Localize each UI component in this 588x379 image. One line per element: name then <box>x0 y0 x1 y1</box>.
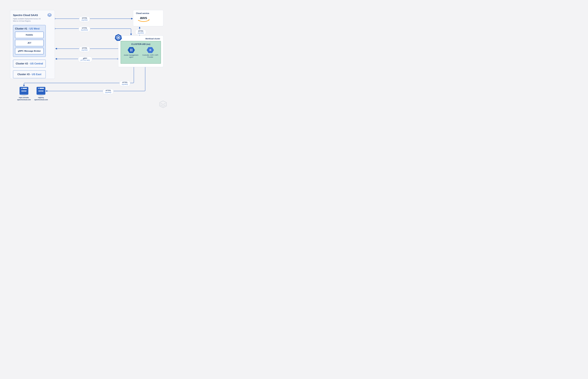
www-label: WWW <box>21 90 27 92</box>
controller-capi-node: Controller, CAPI, CAPI Provider <box>142 47 159 58</box>
cluster-2-name: Cluster #2 <box>16 62 28 65</box>
registry-site-icon: WWW <box>37 87 45 95</box>
connector-workload-to-cloud: HTTPS (tcp/443) <box>135 30 146 35</box>
cloud-service-title: Cloud service <box>136 12 160 15</box>
server-icon <box>128 47 135 53</box>
kubernetes-icon <box>115 34 122 41</box>
connector-workload-to-saas-grpc: gRPC (HTTP/2 443) <box>78 57 92 62</box>
agent-label: cluster-management-agent <box>123 54 139 58</box>
cluster-3-name: Cluster #3 <box>17 73 30 76</box>
cluster-2-region: US Central <box>30 62 43 65</box>
registry-caption: registry. spectrocloud.com <box>32 96 50 101</box>
aws-logo-icon: aws <box>136 16 151 22</box>
svg-point-21 <box>130 49 131 49</box>
cluster-uid-title: CLUSTER-UID (ns) <box>122 43 159 46</box>
svg-text:aws: aws <box>140 16 147 20</box>
svg-point-22 <box>130 50 131 50</box>
cluster-1-region: US West <box>30 27 40 30</box>
spectro-cloud-saas-panel: Spectro Cloud SAAS Highly available Depl… <box>10 10 55 79</box>
cluster-3-box: Cluster #3 - US East <box>13 70 46 78</box>
svg-point-17 <box>118 37 119 38</box>
shadow-icon <box>19 95 28 96</box>
www-label: WWW <box>38 90 44 92</box>
cluster-uid-namespace: CLUSTER-UID (ns) cluster-manag <box>121 41 161 64</box>
cluster-2-title: Cluster #2 - US Central <box>15 62 44 65</box>
connector-to-repo-console: HTTPS (tcp/443) <box>120 81 130 86</box>
svg-point-30 <box>150 50 151 50</box>
controller-label: Controller, CAPI, CAPI Provider <box>142 54 159 58</box>
saas-subtitle: Highly available Deployment Across US We… <box>13 18 42 22</box>
cluster-management-agent-node: cluster-management-agent <box>123 47 139 58</box>
connector-saas-to-cloud: HTTPS (tcp/443) <box>79 16 90 22</box>
connector-saas-to-workload: HTTPS (tcp/6443) <box>79 27 90 32</box>
cluster-1-title: Cluster #1 - US West <box>15 27 44 30</box>
connector-to-registry: HTTPS (tcp/443) <box>103 89 114 94</box>
service-jet: JET <box>15 40 44 46</box>
repo-console-site-icon: WWW <box>19 87 28 95</box>
cluster-2-box: Cluster #2 - US Central <box>13 60 46 68</box>
connector-clusteruid-to-saas: HTTPS (tcp/443) <box>79 47 90 52</box>
cluster-3-title: Cluster #3 - US East <box>15 73 44 76</box>
shadow-icon <box>37 95 45 96</box>
cluster-3-region: US East <box>32 73 41 76</box>
saas-title: Spectro Cloud SAAS <box>13 14 52 17</box>
workload-cluster-panel: Workload cluster CLUSTER-UID (ns) <box>118 35 163 67</box>
workload-cluster-title: Workload cluster <box>121 38 160 40</box>
spectro-logo-icon <box>47 13 52 17</box>
service-hubble: Hubble <box>15 32 44 38</box>
spectro-watermark-icon <box>158 100 168 109</box>
cloud-service-panel: Cloud service aws <box>133 10 163 26</box>
cluster-1-box: Cluster #1 - US West Hubble JET gRPC Mes… <box>13 25 46 57</box>
repo-console-caption: repo.console. spectrocloud.com <box>15 96 33 101</box>
cluster-1-name: Cluster #1 <box>15 27 27 30</box>
svg-point-23 <box>130 51 131 51</box>
service-grpc-broker: gRPC Message Broker <box>15 48 44 54</box>
svg-point-4 <box>117 58 118 59</box>
controller-icon <box>147 47 154 53</box>
